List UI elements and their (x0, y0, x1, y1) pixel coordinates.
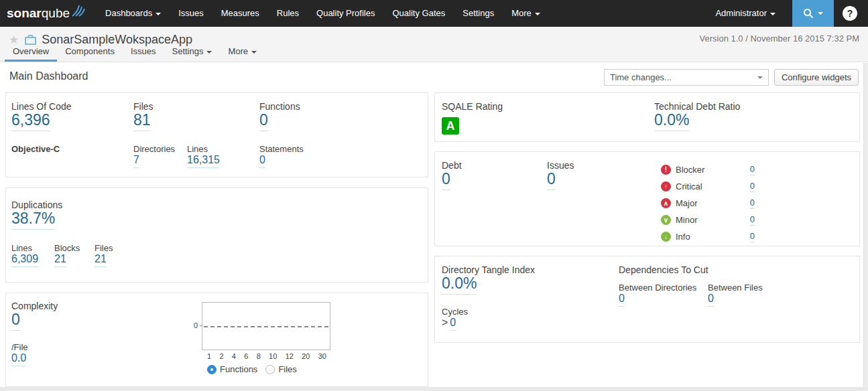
tab-more[interactable]: More (220, 42, 265, 62)
language-label: Objective-C (11, 144, 60, 154)
menu-item-more[interactable]: More (503, 0, 549, 27)
chart-x-tick: 2 (219, 352, 223, 360)
severity-row-blocker: ! Blocker 0 (661, 161, 755, 178)
tab-issues[interactable]: Issues (123, 42, 164, 62)
configure-widgets-button[interactable]: Configure widgets (774, 69, 859, 86)
between-directories-label: Between Directories (619, 283, 696, 293)
between-directories-value[interactable]: 0 (619, 293, 625, 307)
menu-item-settings[interactable]: Settings (454, 0, 503, 27)
menu-item-measures[interactable]: Measures (212, 0, 268, 27)
blocker-count[interactable]: 0 (750, 164, 755, 175)
severity-row-info: ↓ Info 0 (661, 228, 755, 245)
duplicated-files-value[interactable]: 21 (95, 253, 107, 267)
chevron-down-icon (251, 51, 257, 54)
chart-zero-line (204, 326, 328, 327)
duplicated-files-label: Files (95, 243, 113, 253)
chart-x-axis: 1 2 4 6 8 10 12 20 30 (207, 352, 326, 360)
directory-tangle-index-value[interactable]: 0.0% (442, 275, 477, 295)
menu-item-quality-profiles[interactable]: Quality Profiles (308, 0, 383, 27)
chevron-down-icon (535, 13, 540, 15)
complexity-widget: Complexity 0 /File 0.0 0 1 2 4 6 8 10 12… (5, 293, 428, 387)
question-mark-icon: ? (847, 8, 853, 19)
size-widget: Lines Of Code 6,396 Objective-C Files 81… (5, 92, 428, 177)
scrollbar-track[interactable] (863, 63, 868, 391)
main-menu: Dashboards Issues Measures Rules Quality… (97, 0, 549, 27)
chart-x-tick: 1 (207, 352, 211, 360)
chart-x-tick: 8 (257, 352, 261, 360)
issues-widget: Debt 0 Issues 0 ! Blocker 0 ↑ Critical 0… (434, 151, 860, 246)
chevron-down-icon (770, 13, 776, 15)
project-version-info: Version 1.0 / November 16 2015 7:32 PM (700, 33, 859, 44)
complexity-value[interactable]: 0 (11, 311, 20, 331)
menu-item-issues[interactable]: Issues (170, 0, 212, 27)
radio-selected-icon (207, 365, 216, 374)
chart-x-tick: 4 (232, 352, 236, 360)
lines-of-code-value[interactable]: 6,396 (11, 112, 50, 131)
major-count[interactable]: 0 (750, 198, 755, 209)
functions-label: Functions (259, 101, 300, 112)
duplicated-lines-value[interactable]: 6,309 (11, 253, 38, 267)
chart-x-tick: 20 (302, 352, 310, 360)
help-button[interactable]: ? (843, 6, 857, 21)
critical-count[interactable]: 0 (750, 181, 755, 192)
issues-label: Issues (547, 160, 574, 171)
functions-value[interactable]: 0 (259, 112, 268, 131)
radio-unselected-icon (265, 365, 275, 374)
duplicated-blocks-value[interactable]: 21 (54, 253, 66, 267)
menu-item-rules[interactable]: Rules (268, 0, 308, 27)
files-value[interactable]: 81 (133, 112, 151, 131)
statements-label: Statements (259, 144, 304, 154)
technical-debt-ratio-label: Technical Debt Ratio (654, 101, 740, 112)
complexity-distribution-chart: 0 (202, 302, 330, 350)
cycles-value[interactable]: 0 (450, 317, 456, 331)
minor-count[interactable]: 0 (750, 214, 755, 226)
directory-tangle-index-label: Directory Tangle Index (442, 264, 535, 275)
info-count[interactable]: 0 (750, 231, 755, 242)
duplicated-blocks-label: Blocks (54, 243, 80, 253)
critical-icon: ↑ (661, 181, 671, 191)
chart-y-tick-label: 0 (194, 321, 198, 329)
severity-list: ! Blocker 0 ↑ Critical 0 ∧ Major 0 ∨ Min… (661, 161, 755, 245)
logo-text-light: qube (42, 6, 70, 20)
tab-settings[interactable]: Settings (164, 42, 220, 62)
debt-value[interactable]: 0 (442, 171, 450, 190)
page-title: Main Dashboard (9, 70, 88, 82)
lines-label: Lines (187, 144, 220, 154)
menu-item-dashboards[interactable]: Dashboards (97, 0, 170, 27)
radio-files[interactable]: Files (265, 364, 296, 374)
chart-x-tick: 30 (318, 352, 326, 360)
lines-value[interactable]: 16,315 (187, 154, 220, 168)
dependencies-to-cut-label: Dependencies To Cut (619, 264, 708, 275)
tab-overview[interactable]: Overview (5, 42, 57, 62)
sonarqube-logo[interactable]: sonarqube (7, 6, 87, 21)
chart-y-tick-mark (200, 325, 202, 326)
issues-value[interactable]: 0 (547, 171, 556, 190)
time-changes-select[interactable]: Time changes... (604, 69, 769, 86)
duplications-widget: Duplications 38.7% Lines 6,309 Blocks 21… (5, 187, 428, 283)
duplications-percent-value[interactable]: 38.7% (11, 210, 55, 230)
statements-value[interactable]: 0 (259, 154, 265, 168)
directories-label: Directories (133, 144, 175, 154)
debt-label: Debt (442, 160, 462, 171)
user-menu-administrator[interactable]: Administrator (706, 0, 784, 27)
chevron-down-icon (156, 13, 161, 15)
tab-components[interactable]: Components (57, 42, 123, 62)
menu-item-quality-gates[interactable]: Quality Gates (383, 0, 454, 27)
severity-row-major: ∧ Major 0 (661, 195, 755, 212)
complexity-per-file-label: /File (11, 342, 28, 352)
project-tabs: Overview Components Issues Settings More (5, 42, 265, 62)
blocker-icon: ! (661, 165, 671, 175)
search-icon (803, 8, 814, 19)
cycles-prefix: > (442, 317, 448, 328)
directories-value[interactable]: 7 (133, 154, 139, 168)
radio-functions[interactable]: Functions (207, 364, 257, 374)
sqale-rating-label: SQALE Rating (442, 101, 503, 112)
between-files-value[interactable]: 0 (708, 293, 714, 307)
severity-row-minor: ∨ Minor 0 (661, 212, 755, 228)
duplicated-lines-label: Lines (11, 243, 38, 253)
minor-icon: ∨ (661, 215, 671, 225)
search-button[interactable] (792, 0, 834, 27)
chart-x-tick: 6 (244, 352, 248, 360)
complexity-per-file-value[interactable]: 0.0 (11, 352, 26, 366)
technical-debt-ratio-value[interactable]: 0.0% (654, 112, 689, 131)
